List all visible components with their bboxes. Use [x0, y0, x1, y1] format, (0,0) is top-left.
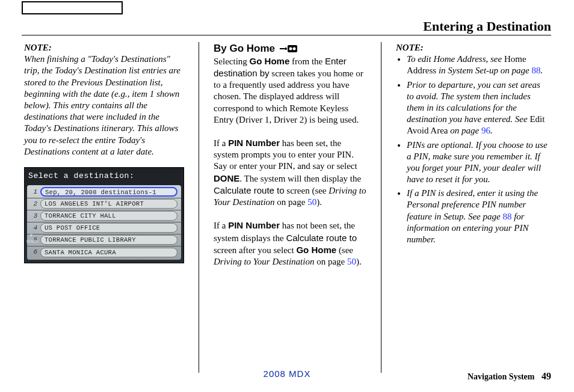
text: If a [214, 138, 228, 148]
nav-row-label: TORRANCE PUBLIC LIBRARY [40, 235, 177, 245]
text: on page [275, 197, 308, 207]
svg-point-1 [285, 47, 287, 50]
nav-row: 5 TORRANCE PUBLIC LIBRARY [27, 234, 181, 247]
nav-row-label: Sep, 20, 2008 destinations-1 [40, 187, 177, 197]
nav-row-label: US POST OFFICE [40, 223, 177, 233]
para-2: If a PIN Number has been set, the system… [214, 137, 366, 208]
page-ref: 96 [481, 126, 490, 135]
text: from the [289, 57, 325, 66]
nav-row: 2 LOS ANGELES INT'L AIRPORT [27, 198, 181, 210]
svg-point-4 [292, 47, 295, 51]
text: (see [336, 245, 353, 255]
footer-section-label: Navigation System [468, 372, 535, 381]
nav-row-num: 2 [27, 200, 40, 208]
text-italic: To edit Home Address, see [407, 54, 504, 64]
content-columns: NOTE: When finishing a "Today's Destinat… [22, 42, 551, 356]
page-ref: 50 [347, 257, 356, 266]
text: . The system will then display the [239, 174, 361, 183]
note-label: NOTE: [24, 43, 52, 52]
list-item: Prior to departure, you can set areas to… [407, 79, 549, 137]
column-separator [381, 42, 381, 373]
column-right: NOTE: To edit Home Address, see Home Add… [393, 42, 551, 356]
footer-right: Navigation System 49 [468, 370, 551, 382]
nav-screenshot-title: Select a destination: [27, 169, 181, 185]
text: screen after you select [214, 245, 296, 255]
text-italic: in System Set-up on page [436, 66, 531, 75]
nav-row-num: 3 [27, 212, 40, 220]
column-separator [199, 42, 199, 373]
page-ref: 88 [531, 66, 540, 75]
down-label: DOWN [26, 239, 38, 244]
text-italic: Prior to departure, you can set areas to… [407, 80, 540, 124]
go-home-icon [280, 44, 298, 53]
list-item: To edit Home Address, see Home Address i… [407, 54, 549, 76]
text-sans: Calculate route to [286, 233, 357, 243]
nav-list: 1 Sep, 20, 2008 destinations-1 2 LOS ANG… [27, 185, 181, 260]
down-arrow-icon: ▼DOWN [26, 233, 36, 245]
note-body: When finishing a "Today's Destinations" … [24, 54, 181, 156]
text-bold: PIN Number [228, 138, 280, 148]
page-title: Entering a Destination [423, 18, 551, 35]
text-italic: on page [448, 126, 481, 135]
list-item: PINs are optional. If you choose to use … [407, 139, 549, 186]
nav-row: 4 US POST OFFICE [27, 222, 181, 234]
column-left: NOTE: When finishing a "Today's Destinat… [22, 42, 187, 356]
nav-screenshot: Select a destination: 1 Sep, 20, 2008 de… [24, 167, 184, 263]
text-bold: Go Home [250, 56, 290, 66]
text: screen (see [285, 186, 329, 195]
text-bold: PIN Number [228, 220, 280, 230]
text-italic: Driving to Your Destination [214, 257, 314, 266]
note-bullets: To edit Home Address, see Home Address i… [396, 54, 549, 245]
para-3: If a PIN Number has not been set, the sy… [214, 219, 366, 268]
top-left-box [22, 1, 123, 14]
para-1: Selecting Go Home from the Enter destina… [214, 55, 366, 126]
svg-point-3 [289, 47, 292, 51]
column-middle: By Go Home Selecting Go Home from the En… [211, 42, 369, 356]
nav-row-label: LOS ANGELES INT'L AIRPORT [40, 199, 177, 209]
text-bold: Go Home [296, 245, 336, 255]
nav-row-num: 6 [27, 248, 40, 256]
page-ref: 50 [307, 197, 316, 207]
page-ref: 88 [502, 212, 511, 221]
section-heading: By Go Home [214, 42, 275, 55]
nav-row-num: 4 [27, 224, 40, 232]
svg-rect-2 [288, 45, 297, 52]
text: on page [314, 257, 347, 266]
nav-row: 1 Sep, 20, 2008 destinations-1 [27, 186, 181, 198]
nav-row: 6 SANTA MONICA ACURA [27, 247, 181, 259]
footer: 2008 MDX Navigation System 49 [0, 368, 574, 382]
text-italic: . [490, 126, 493, 135]
text-bold: DONE [214, 173, 239, 183]
text-sans: Calculate route to [214, 185, 285, 195]
text: Selecting [214, 57, 250, 66]
text: If a [214, 221, 228, 230]
header-rule [22, 35, 551, 35]
text-italic: . [540, 66, 543, 75]
nav-row-num: 1 [27, 188, 40, 196]
note-left: NOTE: When finishing a "Today's Destinat… [24, 42, 184, 158]
section-heading-row: By Go Home [214, 42, 366, 55]
nav-row-label: TORRANCE CITY HALL [40, 211, 177, 221]
text: ). [356, 257, 362, 266]
text: ). [316, 197, 322, 207]
note-label: NOTE: [396, 42, 549, 54]
nav-row: 3 TORRANCE CITY HALL [27, 210, 181, 222]
nav-row-label: SANTA MONICA ACURA [40, 248, 177, 257]
footer-page-number: 49 [542, 371, 551, 381]
list-item: If a PIN is desired, enter it using the … [407, 188, 549, 245]
